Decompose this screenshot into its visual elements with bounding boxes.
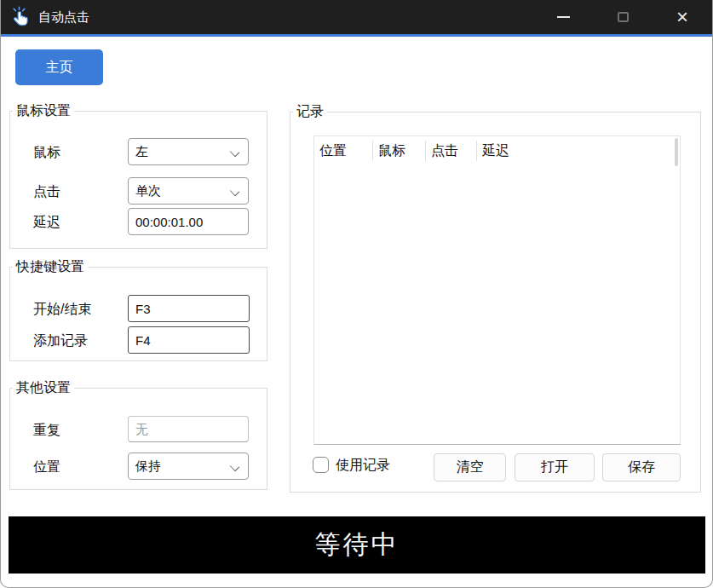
- chevron-down-icon: [231, 463, 239, 470]
- close-button[interactable]: ×: [663, 0, 702, 34]
- position-select[interactable]: 保持: [128, 453, 249, 480]
- close-icon: ×: [676, 7, 688, 27]
- group-other-settings: 其他设置 重复 位置 保持: [9, 388, 267, 490]
- mouse-button-value: 左: [135, 144, 148, 160]
- records-table[interactable]: 位置 鼠标 点击 延迟: [313, 135, 681, 445]
- click-type-value: 单次: [135, 183, 161, 199]
- click-type-select[interactable]: 单次: [128, 177, 249, 205]
- window-title: 自动点击: [38, 9, 89, 26]
- delay-label: 延迟: [33, 214, 60, 232]
- titlebar-accent-line: [1, 34, 712, 37]
- group-title: 鼠标设置: [13, 102, 74, 120]
- group-hotkey-settings: 快捷键设置 开始/结束 添加记录: [9, 267, 267, 361]
- minimize-icon: [557, 16, 570, 18]
- chevron-down-icon: [231, 187, 239, 195]
- clear-button[interactable]: 清空: [434, 453, 506, 481]
- maximize-icon: [618, 12, 629, 22]
- save-button[interactable]: 保存: [602, 453, 681, 481]
- status-bar: 等待中: [9, 516, 705, 574]
- repeat-input[interactable]: [128, 416, 249, 442]
- open-button[interactable]: 打开: [515, 453, 595, 481]
- scrollbar-thumb[interactable]: [675, 138, 678, 166]
- group-title: 记录: [293, 103, 327, 121]
- group-title: 快捷键设置: [13, 258, 88, 276]
- mouse-button-select[interactable]: 左: [128, 138, 249, 165]
- status-text: 等待中: [315, 527, 400, 562]
- position-label: 位置: [33, 458, 60, 476]
- group-mouse-settings: 鼠标设置 鼠标 左 点击 单次 延迟: [9, 111, 267, 249]
- position-value: 保持: [135, 458, 161, 475]
- add-record-hotkey-label: 添加记录: [33, 332, 88, 350]
- column-header-click[interactable]: 点击: [426, 141, 477, 161]
- minimize-button[interactable]: [543, 0, 583, 34]
- start-stop-hotkey-label: 开始/结束: [33, 301, 91, 319]
- add-record-hotkey-input[interactable]: [128, 326, 250, 354]
- titlebar: 自动点击 ×: [1, 0, 712, 34]
- home-tab-button[interactable]: 主页: [15, 49, 103, 85]
- repeat-label: 重复: [33, 422, 60, 440]
- mouse-button-label: 鼠标: [33, 144, 60, 162]
- column-header-mouse[interactable]: 鼠标: [373, 141, 426, 161]
- hand-click-icon: [11, 6, 32, 28]
- chevron-down-icon: [231, 148, 239, 156]
- maximize-button[interactable]: [603, 0, 642, 34]
- delay-input[interactable]: [128, 208, 249, 235]
- click-type-label: 点击: [33, 183, 60, 201]
- app-window: 自动点击 × 主页 鼠标设置 鼠标 左 点击 单次 延迟 快捷键设置 开始/结束…: [0, 0, 713, 588]
- column-header-position[interactable]: 位置: [314, 141, 373, 161]
- group-title: 其他设置: [13, 379, 74, 397]
- use-records-checkbox[interactable]: [313, 457, 329, 473]
- records-table-header: 位置 鼠标 点击 延迟: [314, 138, 680, 164]
- group-records: 记录 位置 鼠标 点击 延迟 使用记录 清空 打开 保存: [290, 112, 701, 493]
- start-stop-hotkey-input[interactable]: [128, 295, 250, 322]
- column-header-delay[interactable]: 延迟: [477, 141, 680, 161]
- use-records-label: 使用记录: [336, 457, 390, 475]
